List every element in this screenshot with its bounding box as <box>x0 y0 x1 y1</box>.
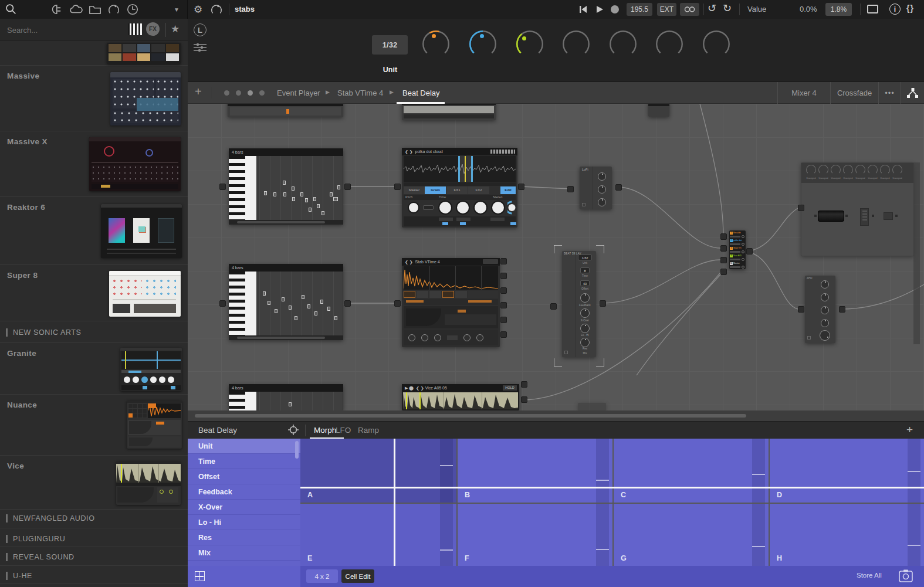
bd-offset-value[interactable]: 40 <box>580 280 590 286</box>
param-row-unit-active[interactable]: Unit <box>188 439 300 454</box>
module-granite[interactable]: ❮ ❯ polka dot cloud Master Grain FX1 FX2… <box>402 148 517 228</box>
loop-marker[interactable] <box>419 392 421 409</box>
list-item-reaktor[interactable]: Reaktor 6 <box>0 197 188 265</box>
canvas-hscroll-track[interactable] <box>188 410 924 421</box>
morph-cell-e[interactable]: E <box>300 504 456 566</box>
knob-browser-icon[interactable] <box>107 3 120 16</box>
note[interactable] <box>289 306 292 310</box>
tab-ramp[interactable]: Ramp <box>358 426 379 435</box>
mixer-row-master[interactable]: M Master <box>730 262 745 269</box>
grid-layout-icon[interactable] <box>195 571 205 581</box>
note-grid[interactable] <box>259 392 342 410</box>
favorites-star-icon[interactable]: ★ <box>171 23 180 35</box>
bd-feedback-knob[interactable] <box>580 293 590 303</box>
macro-knob[interactable] <box>892 165 902 175</box>
note[interactable] <box>292 197 295 201</box>
plugin-icon[interactable] <box>49 4 62 15</box>
cell-slider-handle[interactable] <box>752 474 765 475</box>
cell-slider-handle[interactable] <box>596 480 609 481</box>
small-knob[interactable] <box>421 334 428 341</box>
more-options-button[interactable]: ••• <box>878 82 901 104</box>
macro08-knob[interactable]: Macro 08 <box>699 27 733 61</box>
channel-fader[interactable] <box>730 266 740 268</box>
macro-knob[interactable] <box>818 165 828 175</box>
param-row-res[interactable]: Res <box>188 530 300 545</box>
channel-pan[interactable] <box>742 258 744 261</box>
start-knob[interactable]: Start <box>466 27 500 61</box>
store-all-button[interactable]: Store All <box>857 572 882 579</box>
loop-start-marker[interactable] <box>458 156 460 182</box>
recent-clock-icon[interactable] <box>126 3 139 16</box>
cell-slider-handle[interactable] <box>908 545 920 546</box>
bd-xover-knob[interactable] <box>580 308 590 318</box>
env-knob[interactable] <box>821 280 829 289</box>
breadcrumb-event-player[interactable]: Event Player <box>277 89 320 97</box>
mini-port[interactable] <box>845 215 848 217</box>
port[interactable] <box>521 381 527 388</box>
port[interactable] <box>720 269 727 275</box>
morph-crosshair-vertical[interactable] <box>394 439 395 566</box>
cell-slider-handle[interactable] <box>596 549 609 550</box>
morph-cell-b[interactable]: B <box>458 439 612 503</box>
lofi-knob-3[interactable] <box>598 198 606 206</box>
module-mixer[interactable]: 1 Breakbt 2 polka dot 3 Stab VTi 4 Vice … <box>729 230 746 269</box>
param-row-mix[interactable]: Mix <box>188 545 300 561</box>
note[interactable] <box>317 204 320 208</box>
ext-sync-button[interactable]: EXT <box>657 3 676 16</box>
channel-pan[interactable] <box>742 243 744 246</box>
tab-fx1[interactable]: FX1 <box>446 186 468 194</box>
header-button[interactable] <box>483 259 498 264</box>
cell-slider[interactable] <box>440 439 453 503</box>
mixer-tab[interactable]: Mixer 4 <box>777 82 830 104</box>
port[interactable] <box>500 287 507 294</box>
note-grid[interactable] <box>259 156 342 220</box>
page-dot-active[interactable] <box>248 90 253 96</box>
cell-slider[interactable] <box>752 439 765 503</box>
module-piano-roll-1[interactable]: 4 bars <box>229 148 343 225</box>
tab-grain-active[interactable]: Grain <box>425 186 446 194</box>
param-row-time[interactable]: Time <box>188 454 300 469</box>
module-partial-bottom[interactable] <box>578 403 606 410</box>
cell-slider[interactable] <box>752 504 765 566</box>
cloud-icon[interactable] <box>69 4 83 15</box>
container-scrollbar[interactable] <box>913 162 920 344</box>
filter-sliders-icon[interactable] <box>194 42 207 53</box>
morph-cell-d[interactable]: D <box>770 439 924 503</box>
granite-knob-space[interactable] <box>438 201 452 215</box>
page-dot[interactable] <box>224 90 229 96</box>
tempo-display[interactable]: 195.5 <box>627 3 652 16</box>
section-newfangled-audio[interactable]: NEWFANGLED AUDIO <box>6 514 94 522</box>
waveform-display[interactable] <box>404 266 498 290</box>
port[interactable] <box>219 300 226 307</box>
led-blue[interactable] <box>460 222 466 225</box>
mixer-row-2[interactable]: 2 polka dot <box>730 239 745 246</box>
env-knob[interactable] <box>821 306 829 314</box>
note[interactable] <box>275 309 277 313</box>
cell-slider[interactable] <box>596 439 609 503</box>
note[interactable] <box>273 192 276 196</box>
small-knob[interactable] <box>476 334 483 341</box>
small-knob[interactable] <box>463 334 471 341</box>
module-envelope[interactable]: AHD <box>805 276 835 343</box>
page-dot[interactable] <box>236 90 241 96</box>
note[interactable] <box>337 185 340 189</box>
section-new-sonic-arts[interactable]: NEW SONIC ARTS <box>6 328 82 337</box>
port[interactable] <box>500 317 507 323</box>
module-partial-wave[interactable] <box>402 104 496 120</box>
bd-unit-value[interactable]: 1/32 <box>578 255 592 260</box>
bypass-checkbox[interactable] <box>564 351 568 354</box>
mixer-row-1[interactable]: 1 Breakbt <box>730 231 745 238</box>
note[interactable] <box>330 192 333 196</box>
bd-res-knob[interactable] <box>580 338 590 347</box>
note[interactable] <box>292 186 295 191</box>
patcher-view-icon[interactable] <box>901 82 924 104</box>
breadcrumb-beat-delay-active[interactable]: Beat Delay <box>402 89 440 97</box>
list-item-vice[interactable]: Vice <box>0 456 188 510</box>
waveform-display[interactable] <box>404 156 516 182</box>
list-item-massive-x[interactable]: Massive X <box>0 131 188 197</box>
port[interactable] <box>394 184 401 190</box>
redo-icon[interactable]: ↻ <box>723 2 732 15</box>
granite-knob-density[interactable] <box>473 201 488 215</box>
scrollbar-thumb[interactable] <box>237 337 325 339</box>
module-beat-delay[interactable]: BEAT DELAY 1/32 Unit 8 Time 40 Offset Fe… <box>562 251 596 357</box>
